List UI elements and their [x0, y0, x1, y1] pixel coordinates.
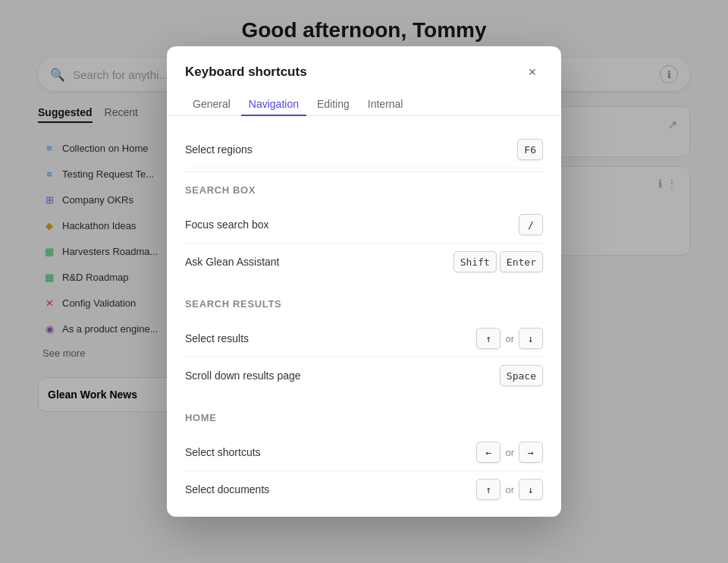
- shortcut-label: Select shortcuts: [185, 446, 261, 458]
- modal-header: Keyboard shortcuts ×: [167, 46, 561, 83]
- key-down: ↓: [519, 479, 543, 500]
- keyboard-shortcuts-modal: Keyboard shortcuts × General Navigation …: [167, 46, 561, 517]
- section-title-search-box: Search box: [185, 184, 543, 196]
- modal-body: Select regions F6 Search box Focus searc…: [167, 116, 561, 517]
- divider: [185, 171, 543, 172]
- key-left: ←: [476, 442, 500, 463]
- key-up: ↑: [476, 479, 500, 500]
- shortcut-keys: ← or →: [476, 442, 543, 463]
- shortcut-row-select-results: Select results ↑ or ↓: [185, 320, 543, 357]
- key-space: Space: [500, 365, 543, 386]
- key-shift: Shift: [453, 251, 497, 272]
- modal-tabs: General Navigation Editing Internal: [167, 83, 561, 116]
- section-search-results: Search results Select results ↑ or ↓ Scr…: [185, 298, 543, 394]
- section-title-home: Home: [185, 412, 543, 423]
- close-button[interactable]: ×: [522, 61, 543, 83]
- shortcut-label: Scroll down results page: [185, 370, 301, 382]
- tab-internal[interactable]: Internal: [360, 93, 411, 116]
- shortcut-keys: ↑ or ↓: [476, 328, 543, 349]
- tab-editing[interactable]: Editing: [309, 93, 357, 116]
- section-search-box: Search box Focus search box / Ask Glean …: [185, 184, 543, 280]
- shortcut-label: Focus search box: [185, 219, 269, 231]
- shortcut-keys: Space: [500, 365, 543, 386]
- shortcut-row-select-regions: Select regions F6: [185, 131, 543, 168]
- shortcut-keys: ↑ or ↓: [476, 479, 543, 500]
- shortcut-row-scroll-down: Scroll down results page Space: [185, 357, 543, 394]
- tab-navigation[interactable]: Navigation: [241, 93, 306, 116]
- shortcut-keys: /: [519, 214, 543, 235]
- key-down: ↓: [519, 328, 543, 349]
- key-up: ↑: [476, 328, 500, 349]
- shortcut-keys: F6: [517, 139, 543, 160]
- modal-title: Keyboard shortcuts: [185, 64, 307, 80]
- modal-overlay[interactable]: Keyboard shortcuts × General Navigation …: [0, 0, 728, 563]
- key-slash: /: [519, 214, 543, 235]
- shortcut-label: Ask Glean Assistant: [185, 256, 280, 268]
- shortcut-label: Select results: [185, 332, 249, 344]
- shortcut-row-focus-search: Focus search box /: [185, 206, 543, 244]
- shortcut-row-select-documents: Select documents ↑ or ↓: [185, 471, 543, 508]
- shortcut-row-ask-glean: Ask Glean Assistant Shift Enter: [185, 244, 543, 280]
- section-home: Home Select shortcuts ← or → Select docu…: [185, 412, 543, 508]
- or-label: or: [505, 484, 514, 495]
- or-label: or: [505, 447, 514, 458]
- shortcut-label: Select regions: [185, 143, 253, 156]
- shortcut-keys: Shift Enter: [453, 251, 543, 272]
- shortcut-label: Select documents: [185, 483, 269, 495]
- tab-general[interactable]: General: [185, 93, 238, 116]
- key-f6: F6: [517, 139, 543, 160]
- key-right: →: [519, 442, 543, 463]
- shortcut-row-select-shortcuts: Select shortcuts ← or →: [185, 434, 543, 471]
- or-label: or: [505, 333, 514, 344]
- key-enter: Enter: [500, 251, 543, 272]
- section-title-search-results: Search results: [185, 298, 543, 310]
